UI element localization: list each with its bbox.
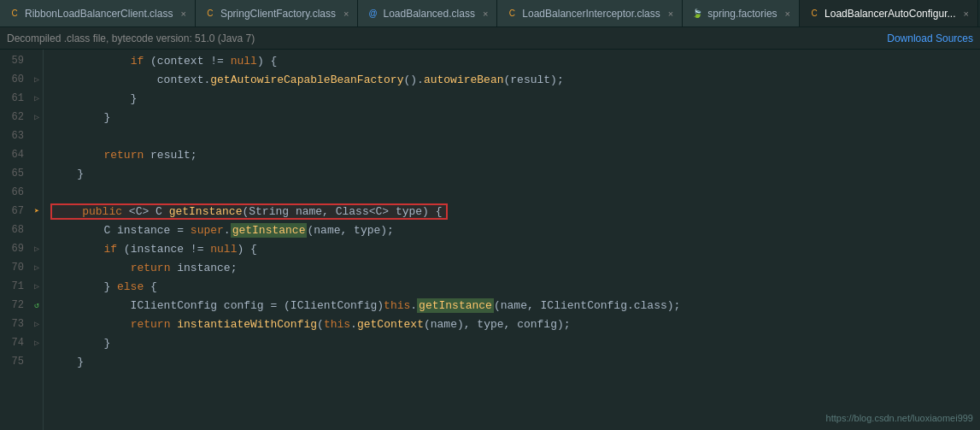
gutter-icon-69: ▷ xyxy=(31,244,43,254)
tab-factories[interactable]: 🍃 spring.factories × xyxy=(683,0,800,27)
code-content: if (context != null) { context.getAutowi… xyxy=(44,50,980,430)
code-line-60: context.getAutowireCapableBeanFactory().… xyxy=(50,70,980,89)
code-line-61: } xyxy=(50,89,980,108)
tab-label-ribbon: RibbonLoadBalancerClient.class xyxy=(25,8,173,20)
gutter-icon-74: ▷ xyxy=(31,338,43,348)
tab-interceptor[interactable]: C LoadBalancerInterceptor.class × xyxy=(497,0,683,27)
code-line-71: } else { xyxy=(50,277,980,296)
tab-label-interceptor: LoadBalancerInterceptor.class xyxy=(522,8,660,20)
tab-autoconfig[interactable]: C LoadBalancerAutoConfigur... × xyxy=(800,0,978,27)
tab-bar: C RibbonLoadBalancerClient.class × C Spr… xyxy=(0,0,980,27)
tab-spring[interactable]: C SpringClientFactory.class × xyxy=(196,0,359,27)
gutter-icon-62: ▷ xyxy=(31,112,43,122)
tab-label-spring: SpringClientFactory.class xyxy=(220,8,336,20)
tab-icon-loadbalanced: @ xyxy=(367,8,379,20)
line-num-67: 67 xyxy=(0,205,31,217)
line-num-72: 72 xyxy=(0,299,31,311)
gutter-row-60: 60 ▷ xyxy=(0,70,43,89)
gutter-icon-60: ▷ xyxy=(31,74,43,85)
gutter: 59 60 ▷ 61 ▷ 62 ▷ 63 64 65 xyxy=(0,50,44,430)
close-icon-spring[interactable]: × xyxy=(343,9,349,19)
line-num-68: 68 xyxy=(0,224,31,236)
code-line-65: } xyxy=(50,164,980,183)
tab-icon-autoconfig: C xyxy=(808,8,820,20)
line-num-63: 63 xyxy=(0,130,31,142)
line-num-60: 60 xyxy=(0,74,31,85)
tab-label-factories: spring.factories xyxy=(707,8,777,20)
gutter-row-75: 75 xyxy=(0,352,43,371)
line-num-66: 66 xyxy=(0,186,31,198)
code-line-64: return result; xyxy=(50,145,980,164)
gutter-row-64: 64 xyxy=(0,145,43,164)
close-icon-factories[interactable]: × xyxy=(785,9,790,19)
gutter-row-72: 72 ↺ xyxy=(0,296,43,315)
gutter-row-59: 59 xyxy=(0,51,43,70)
gutter-row-65: 65 xyxy=(0,164,43,183)
gutter-row-62: 62 ▷ xyxy=(0,108,43,127)
tab-loadbalanced[interactable]: @ LoadBalanced.class × xyxy=(358,0,497,27)
gutter-row-73: 73 ▷ xyxy=(0,315,43,333)
tab-icon-factories: 🍃 xyxy=(691,8,703,20)
gutter-row-68: 68 xyxy=(0,221,43,239)
line-num-71: 71 xyxy=(0,280,31,292)
gutter-icon-72: ↺ xyxy=(31,300,43,310)
line-num-74: 74 xyxy=(0,337,31,349)
gutter-icon-61: ▷ xyxy=(31,93,43,103)
line-num-70: 70 xyxy=(0,262,31,274)
info-bar: Decompiled .class file, bytecode version… xyxy=(0,27,980,50)
code-line-72: IClientConfig config = (IClientConfig)th… xyxy=(50,296,980,315)
code-line-75: } xyxy=(50,352,980,371)
line-num-65: 65 xyxy=(0,168,31,180)
line-num-62: 62 xyxy=(0,111,31,123)
line-num-64: 64 xyxy=(0,149,31,161)
tab-ribbon[interactable]: C RibbonLoadBalancerClient.class × xyxy=(0,0,196,27)
gutter-icon-71: ▷ xyxy=(31,281,43,292)
close-icon-ribbon[interactable]: × xyxy=(180,9,185,19)
line-num-69: 69 xyxy=(0,243,31,255)
line-num-73: 73 xyxy=(0,318,31,330)
gutter-row-74: 74 ▷ xyxy=(0,333,43,352)
gutter-icon-67: ➤ xyxy=(31,206,43,216)
code-line-70: return instance; xyxy=(50,258,980,277)
tab-icon-interceptor: C xyxy=(506,8,518,20)
line-num-61: 61 xyxy=(0,92,31,104)
code-line-74: } xyxy=(50,333,980,352)
decompile-info: Decompiled .class file, bytecode version… xyxy=(7,32,255,44)
tab-label-loadbalanced: LoadBalanced.class xyxy=(383,8,474,20)
code-line-63 xyxy=(50,127,980,145)
close-icon-loadbalanced[interactable]: × xyxy=(483,9,488,19)
tab-icon-ribbon: C xyxy=(9,8,21,20)
gutter-icon-70: ▷ xyxy=(31,262,43,273)
code-line-73: return instantiateWithConfig(this.getCon… xyxy=(50,315,980,333)
gutter-row-66: 66 xyxy=(0,183,43,202)
gutter-row-70: 70 ▷ xyxy=(0,258,43,277)
gutter-row-71: 71 ▷ xyxy=(0,277,43,296)
close-icon-interceptor[interactable]: × xyxy=(668,9,673,19)
code-line-66 xyxy=(50,183,980,202)
code-line-67: public <C> C getInstance(String name, Cl… xyxy=(50,202,980,221)
line-num-59: 59 xyxy=(0,55,31,67)
download-sources-link[interactable]: Download Sources xyxy=(887,32,973,44)
code-line-59: if (context != null) { xyxy=(50,51,980,70)
code-line-62: } xyxy=(50,108,980,127)
line-num-75: 75 xyxy=(0,356,31,368)
code-line-69: if (instance != null) { xyxy=(50,239,980,258)
close-icon-autoconfig[interactable]: × xyxy=(963,9,968,19)
gutter-row-61: 61 ▷ xyxy=(0,89,43,108)
tab-icon-spring: C xyxy=(204,8,216,20)
tab-label-autoconfig: LoadBalancerAutoConfigur... xyxy=(824,8,955,20)
gutter-icon-73: ▷ xyxy=(31,319,43,329)
gutter-row-69: 69 ▷ xyxy=(0,239,43,258)
watermark: https://blog.csdn.net/luoxiaomei999 xyxy=(826,413,973,423)
code-line-68: C instance = super.getInstance(name, typ… xyxy=(50,221,980,239)
gutter-row-67: 67 ➤ xyxy=(0,202,43,221)
code-area: 59 60 ▷ 61 ▷ 62 ▷ 63 64 65 xyxy=(0,50,980,430)
gutter-row-63: 63 xyxy=(0,127,43,145)
